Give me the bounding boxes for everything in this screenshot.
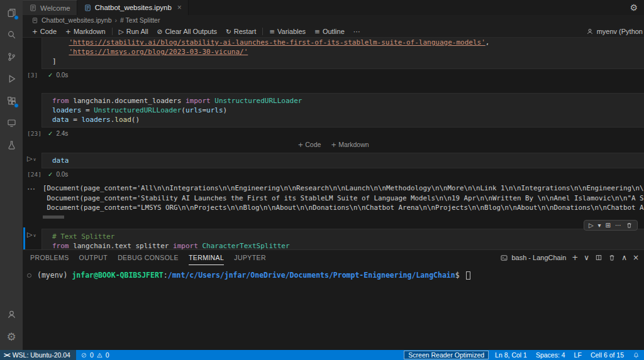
explorer-icon[interactable] [0,2,23,24]
run-cell-button[interactable]: ▷ ∨ [23,229,42,250]
cell-4-row: ▷ ▾ ⊞ ⋯ ▷ ∨ # Text Splitter fro [23,229,644,250]
execute-below-icon[interactable]: ▾ [598,222,601,229]
clear-all-outputs-button[interactable]: ⊘Clear All Outputs [153,25,221,37]
breadcrumb-section[interactable]: # Text Splitter [120,16,160,24]
close-panel-icon[interactable]: × [633,253,639,262]
split-cell-icon[interactable]: ⊞ [606,222,611,229]
problems-status[interactable]: 0 0 [76,350,114,360]
cell-3-output-row: ⋯ [Document(page_content='All\n\nIntegra… [23,183,644,219]
settings-gear-icon[interactable]: ⚙ [0,325,23,347]
terminal-view[interactable]: (myenv) jnfar@BOOK-QBIBSJFERT : /mnt/c/U… [23,265,644,350]
breadcrumb-file-icon [31,17,38,24]
eol-label: LF [574,351,582,359]
code-token: () [131,116,140,124]
execution-count: [3] [23,72,42,79]
plus-icon: + [331,141,336,148]
insert-markdown-cell-button[interactable]: +Markdown [331,141,369,148]
split-terminal-icon[interactable] [595,254,602,261]
panel-header: PROBLEMS OUTPUT DEBUG CONSOLE TERMINAL J… [23,250,644,265]
new-terminal-icon[interactable]: + [572,253,578,262]
toolbar-divider [112,28,113,35]
run-cell-icon: ▷ [27,155,32,162]
eol-status[interactable]: LF [570,350,586,360]
restart-icon: ↻ [226,28,231,35]
panel-tab-terminal[interactable]: TERMINAL [189,250,224,265]
outline-label: Outline [323,28,345,35]
cell-output[interactable]: [Document(page_content='All\n\nIntegrati… [42,183,644,219]
manage-gear-icon[interactable]: ⚙ [623,0,644,15]
code-token: = [86,106,94,114]
output-horizontal-scrollbar[interactable] [43,215,64,219]
testing-icon[interactable] [0,134,23,156]
notebook-cell-2[interactable]: from langchain.document_loaders import U… [42,93,644,128]
cell-position-status[interactable]: Cell 6 of 15 [586,350,628,360]
remote-explorer-icon[interactable] [0,112,23,134]
tab-welcome[interactable]: Welcome [23,0,77,15]
notebook-file-icon [84,4,92,12]
notebook-cell-3[interactable]: data [42,153,644,168]
source-control-icon[interactable] [0,46,23,68]
screen-reader-status[interactable]: Screen Reader Optimized [404,351,489,359]
insert-code-cell-button[interactable]: +Code [297,141,321,148]
breadcrumb-file[interactable]: Chatbot_websites.ipynb [42,16,112,24]
notebook-cell-4[interactable]: # Text Splitter from langchain.text_spli… [42,229,644,250]
search-icon[interactable] [0,24,23,46]
command-decoration-icon[interactable] [27,273,31,278]
screen-reader-label: Screen Reader Optimized [408,351,484,359]
restart-label: Restart [234,28,256,35]
panel-tab-jupyter[interactable]: JUPYTER [234,250,266,265]
delete-cell-icon[interactable] [626,222,633,229]
variables-button[interactable]: ≡Variables [265,25,310,37]
notebook-cell-1[interactable]: 'https://stability.ai/blog/stability-ai-… [42,38,644,69]
panel-tab-debug-console[interactable]: DEBUG CONSOLE [118,250,179,265]
extensions-icon[interactable] [0,90,23,112]
panel-tab-output[interactable]: OUTPUT [79,250,108,265]
output-line: Document(page_content="LMSYS ORG\n\nProj… [43,203,644,213]
add-markdown-cell-button[interactable]: +Markdown [61,25,110,37]
add-code-cell-button[interactable]: +Code [28,25,61,37]
tab-close-icon[interactable]: × [177,3,182,12]
code-token: CharacterTextSplitter [202,242,289,250]
cell-gutter [23,93,42,128]
run-debug-icon[interactable] [0,68,23,90]
outline-button[interactable]: ≡Outline [310,25,349,37]
maximize-panel-icon[interactable]: ∧ [621,253,627,262]
indentation-status[interactable]: Spaces: 4 [531,350,570,360]
execution-count: [23] [23,130,42,137]
code-token: ) [223,106,228,114]
breadcrumb-separator: › [115,16,118,24]
remote-indicator[interactable]: >< WSL: Ubuntu-20.04 [0,350,76,360]
tab-notebook[interactable]: Chatbot_websites.ipynb × [77,0,189,15]
notifications-bell-icon[interactable] [628,350,644,360]
run-all-button[interactable]: ▷Run All [114,25,153,37]
terminal-session-picker[interactable]: bash - LangChain [500,254,566,262]
cursor-position-status[interactable]: Ln 8, Col 1 [491,350,531,360]
cell-1-row: 'https://stability.ai/blog/stability-ai-… [23,38,644,69]
terminal-env: (myenv) [37,271,72,280]
run-cell-button[interactable]: ▷ ∨ [23,153,42,168]
account-icon[interactable] [0,303,23,325]
panel-tab-problems[interactable]: PROBLEMS [30,250,69,265]
code-token: ( [181,106,186,114]
launch-profile-chevron-icon[interactable]: ∨ [584,253,589,262]
code-token: load [114,116,131,124]
execution-time: 2.4s [56,130,68,137]
panel-actions: bash - LangChain + ∨ ∧ × [500,253,639,262]
play-icon: ▷ [119,28,124,35]
kernel-picker[interactable]: myenv (Python [586,28,644,35]
code-token: 'https://lmsys.org/blog/2023-03-30-vicun… [69,48,248,56]
execute-cell-icon[interactable]: ▷ [589,222,594,229]
kill-terminal-icon[interactable] [608,254,616,261]
indentation-label: Spaces: 4 [536,351,565,359]
remote-icon: >< [4,352,10,359]
plus-icon: + [65,28,71,35]
kernel-label: myenv (Python [597,28,643,35]
cell-2-status-row: [23] ✓ 2.4s [23,128,644,139]
success-check-icon: ✓ [48,72,53,79]
output-options-icon[interactable]: ⋯ [27,184,35,194]
terminal-prompt-symbol: $ [455,271,464,280]
run-all-label: Run All [126,28,148,35]
more-actions-button[interactable]: ⋯ [349,25,365,37]
restart-kernel-button[interactable]: ↻Restart [221,25,260,37]
more-actions-icon[interactable]: ⋯ [615,222,621,229]
